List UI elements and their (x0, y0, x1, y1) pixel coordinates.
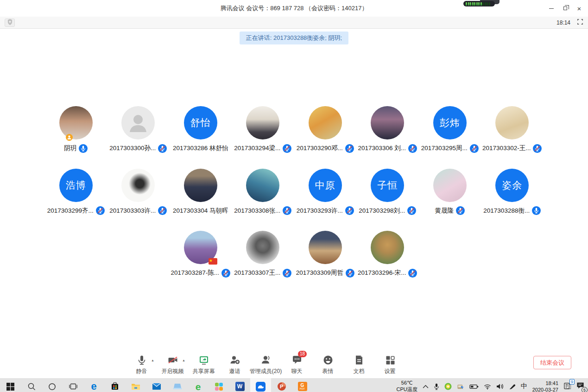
taskbar-clock[interactable]: 18:41 2020-03-27 (532, 380, 558, 392)
participant-label: 2017303307王... (234, 268, 291, 278)
sticky-notes-button[interactable]: 9 (563, 382, 571, 392)
participant-avatar (433, 169, 467, 202)
caret-up-icon[interactable]: ▲ (151, 359, 154, 362)
audio-level-meter (463, 0, 500, 6)
caret-up-icon[interactable]: ▲ (182, 359, 185, 362)
shield-icon (7, 19, 13, 27)
pdf-icon: GPDF (298, 382, 307, 391)
manage-members-button[interactable]: 管理成员(20) (250, 354, 281, 375)
participant-tile[interactable]: 2017303306 刘... (356, 106, 419, 153)
docs-button[interactable]: 文档 (343, 354, 374, 375)
taskbar-button-file-explorer[interactable] (125, 378, 146, 392)
taskbar-button-word[interactable]: W (229, 378, 250, 392)
close-button[interactable]: × (572, 0, 586, 17)
members-icon (260, 354, 272, 366)
taskbar-button-grid-app[interactable] (209, 378, 229, 392)
settings-icon (384, 354, 396, 366)
emoji-button[interactable]: 表情 (312, 354, 343, 375)
taskbar-button-pc[interactable] (167, 378, 188, 392)
participant-tile[interactable]: 2017303308张... (232, 169, 294, 216)
participant-label: 2017303308张... (234, 206, 291, 216)
participant-tile[interactable]: 2017303307王... (232, 231, 294, 278)
minimize-button[interactable] (544, 0, 558, 17)
taskbar-button-search[interactable] (21, 378, 42, 392)
mic-muted-icon (407, 206, 416, 215)
participant-tile[interactable]: 2017303302-王... (481, 106, 544, 153)
audio-meter-bars (463, 1, 495, 6)
participant-label: 2017303303许... (109, 206, 167, 216)
participant-tile[interactable]: 2017303303许... (107, 169, 170, 216)
battery-icon[interactable] (469, 384, 479, 390)
restore-button[interactable] (558, 0, 572, 17)
wifi-icon[interactable] (484, 384, 491, 390)
pen-icon[interactable] (509, 383, 516, 390)
participant-avatar (309, 106, 342, 139)
tray-mic-icon[interactable] (434, 383, 439, 391)
participant-tile[interactable]: 2017303290邓... (294, 106, 357, 153)
mic-muted-icon (470, 144, 479, 153)
participant-tile[interactable]: 舒怡2017303286 林舒怡 (170, 106, 232, 153)
invite-button[interactable]: 邀请 (219, 354, 250, 375)
participant-tile[interactable]: 姿余2017303288衡... (481, 169, 544, 216)
mic-muted-icon (158, 206, 167, 215)
taskbar-button-powerpoint[interactable]: P (271, 378, 292, 392)
share-screen-icon (198, 354, 210, 366)
meeting-duration: 18:14 (556, 19, 570, 26)
taskbar-button-ie[interactable]: e (188, 378, 209, 392)
notification-center-button[interactable]: 5 (576, 382, 584, 391)
participant-tile[interactable]: 阴玥 (45, 106, 107, 153)
fullscreen-button[interactable] (577, 19, 583, 27)
participant-avatar (246, 169, 279, 202)
participant-tile[interactable]: 中原2017303293许... (294, 169, 357, 216)
participant-name: 2017303293许... (297, 207, 343, 215)
chevron-up-icon[interactable] (423, 385, 429, 389)
audio-meter-segment (476, 2, 478, 6)
taskbar-button-edge[interactable]: e (83, 378, 104, 392)
taskbar-button-mail[interactable] (146, 378, 167, 392)
update-icon[interactable] (457, 383, 464, 390)
taskbar-button-store[interactable] (104, 378, 125, 392)
mic-muted-icon (96, 206, 105, 215)
settings-button[interactable]: 设置 (374, 354, 405, 375)
participant-tile[interactable]: 2017303287-陈... (170, 231, 232, 278)
participant-tile[interactable]: 子恒2017303298刘... (356, 169, 419, 216)
participant-label: 2017303290邓... (297, 143, 354, 153)
meeting-health-button[interactable] (5, 19, 15, 27)
participant-label: 2017303300孙... (109, 143, 167, 153)
share-screen-button[interactable]: 共享屏幕 (188, 354, 219, 375)
audio-meter-segment (466, 2, 467, 6)
cpu-temp-widget[interactable]: 56℃ CPU温度 (396, 380, 417, 392)
edge-icon: e (91, 381, 96, 392)
antivirus-icon[interactable] (444, 383, 452, 390)
participant-tile[interactable]: 2017303294梁... (232, 106, 294, 153)
meeting-main-area: 正在讲话: 2017303288衡姿余; 阴玥; 阴玥2017303300孙..… (0, 32, 588, 378)
taskbar-button-tencent-meeting[interactable] (250, 378, 271, 392)
participant-label: 阴玥 (64, 143, 88, 153)
participant-label: 2017303294梁... (234, 143, 291, 153)
participant-tile[interactable]: 浩博2017303299齐... (45, 169, 107, 216)
participant-row: 阴玥2017303300孙...舒怡2017303286 林舒怡20173032… (0, 106, 588, 153)
close-icon: × (577, 5, 582, 13)
participant-tile[interactable]: 2017303300孙... (107, 106, 170, 153)
start-video-button[interactable]: ▲开启视频 (157, 354, 188, 375)
toolbar-button-label: 聊天 (291, 367, 303, 375)
taskbar-button-task-view[interactable] (63, 378, 83, 392)
taskbar-button-windows-start[interactable] (0, 378, 21, 392)
participant-tile[interactable]: 黄晟隆 (419, 169, 481, 216)
participant-tile[interactable]: 2017303304 马朝晖 (170, 169, 232, 216)
taskbar-button-pdf[interactable]: GPDF (292, 378, 313, 392)
participant-tile[interactable]: 彭炜2017303295周... (419, 106, 481, 153)
toolbar-button-label: 静音 (136, 367, 147, 375)
participant-name: 2017303298刘... (359, 207, 405, 215)
chat-button[interactable]: 18聊天 (281, 354, 312, 375)
participant-tile[interactable]: 2017303296-宋... (356, 231, 419, 278)
emoji-icon (322, 354, 334, 366)
volume-icon[interactable] (496, 383, 504, 390)
taskbar-button-cortana[interactable] (42, 378, 63, 392)
mute-button[interactable]: ▲静音 (126, 354, 157, 375)
end-meeting-button[interactable]: 结束会议 (533, 356, 571, 369)
restore-icon (563, 6, 567, 10)
ime-indicator[interactable]: 中 (521, 382, 527, 391)
participant-tile[interactable]: 2017303309周哲 (294, 231, 357, 278)
flag-badge-icon (209, 258, 217, 265)
